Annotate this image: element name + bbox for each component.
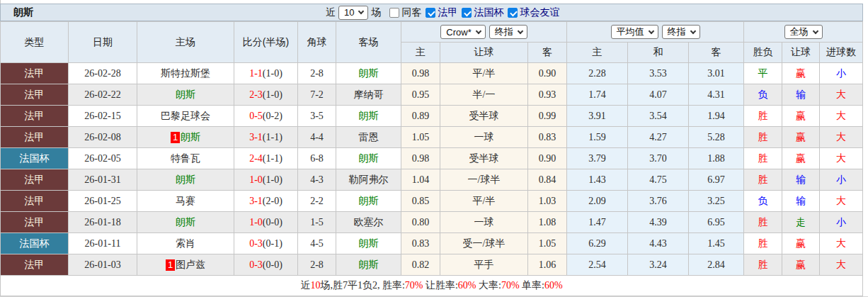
filter-label[interactable]: 法国杯 <box>474 6 503 19</box>
half-time-score: (0-0) <box>263 217 282 228</box>
home-team-name: 朗斯 <box>176 89 195 100</box>
competition-type: 法甲 <box>1 127 69 148</box>
half-time-score: (2-0) <box>263 196 282 206</box>
score-cell: 3-1(2-0) <box>234 191 298 212</box>
title-bar: 朗斯 近 10 场 同客法甲法国杯球会友谊 <box>0 4 863 21</box>
subcol-crow-handicap: 让球 <box>440 43 528 63</box>
result-goals: 大 <box>820 106 863 127</box>
rank-badge: 1 <box>171 132 180 143</box>
crow-home-odds: 0.89 <box>401 106 440 127</box>
col-header-corner: 角球 <box>298 22 336 63</box>
filter-label[interactable]: 法甲 <box>438 6 457 19</box>
crow-stage-select-value: 终指 <box>495 26 513 38</box>
filter-group: 同客法甲法国杯球会友谊 <box>389 6 564 19</box>
crow-away-odds: 0.90 <box>528 63 567 84</box>
summary-text-segment: 10 <box>310 280 320 291</box>
away-team-cell: 朗斯 <box>336 233 401 254</box>
match-date: 26-02-15 <box>69 106 137 127</box>
corner-cell: 7-2 <box>298 84 336 106</box>
checkbox-checked-icon[interactable] <box>508 8 518 18</box>
result-handicap: 输 <box>782 169 820 191</box>
home-team-name: 朗斯 <box>176 217 195 228</box>
result-outcome: 胜 <box>744 212 782 233</box>
corner-cell: 1-5 <box>298 212 336 233</box>
avg-stage-select[interactable]: 终指 <box>662 25 700 39</box>
half-time-score: (1-0) <box>263 68 282 79</box>
handicap-line: 平/半 <box>440 191 528 212</box>
result-handicap: 赢 <box>782 148 820 169</box>
handicap-line: 受半球 <box>440 106 528 127</box>
summary-text-segment: 60% <box>458 280 476 291</box>
result-outcome: 胜 <box>744 127 782 148</box>
away-team-name: 朗斯 <box>359 238 379 249</box>
half-time-score: (1-1) <box>263 153 282 164</box>
filter-label[interactable]: 球会友谊 <box>520 6 559 19</box>
avg-away-odds: 3.01 <box>689 63 744 84</box>
crow-stage-select[interactable]: 终指 <box>489 25 527 39</box>
home-team-cell: 1图卢兹 <box>137 254 234 276</box>
avg-home-odds: 2.54 <box>567 254 628 276</box>
home-team-name: 特鲁瓦 <box>171 153 200 164</box>
half-time-score: (1-0) <box>263 89 282 100</box>
avg-odds-header: 平均值 终指 <box>567 22 744 43</box>
avg-away-odds: 2.84 <box>689 254 744 276</box>
avg-draw-odds: 3.54 <box>628 106 689 127</box>
result-outcome: 胜 <box>744 106 782 127</box>
checkbox-checked-icon[interactable] <box>462 8 472 18</box>
home-team-cell: 朗斯 <box>137 212 234 233</box>
checkbox-unchecked-icon[interactable] <box>389 8 399 18</box>
result-outcome: 胜 <box>744 233 782 254</box>
checkbox-checked-icon[interactable] <box>426 8 435 18</box>
crow-away-odds: 0.99 <box>528 106 567 127</box>
home-team-name: 斯特拉斯堡 <box>161 68 210 79</box>
score-cell: 2-4(1-1) <box>234 148 298 169</box>
match-date: 26-01-25 <box>69 191 137 212</box>
avg-away-odds: 5.28 <box>689 127 744 148</box>
match-table-body: 法甲26-02-28斯特拉斯堡1-1(1-0)2-8朗斯0.98平/半0.902… <box>1 63 863 276</box>
result-goals: 大 <box>820 233 863 254</box>
average-select[interactable]: 平均值 <box>611 25 658 39</box>
score-cell: 0-5(0-2) <box>234 106 298 127</box>
filter-label[interactable]: 同客 <box>401 6 421 19</box>
match-row: 法甲26-02-15巴黎足球会0-5(0-2)3-5朗斯0.89受半球0.993… <box>1 106 863 127</box>
corner-cell: 6-8 <box>298 148 336 169</box>
score-cell: 1-0(0-0) <box>234 212 298 233</box>
summary-text-segment: 近 <box>300 279 310 292</box>
away-team-cell: 朗斯 <box>336 106 401 127</box>
away-team-name: 朗斯 <box>359 153 379 164</box>
score-cell: 0-3(0-1) <box>234 233 298 254</box>
summary-text-segment: 70% <box>405 280 423 291</box>
crow-away-odds: 1.06 <box>528 254 567 276</box>
full-time-score: 1-0 <box>249 174 263 185</box>
bookmaker-select[interactable]: Crow* <box>440 25 485 39</box>
subcol-avg-home: 主 <box>567 43 628 63</box>
match-row: 法甲26-02-22朗斯2-3(1-0)7-2摩纳哥0.95半/一0.931.7… <box>1 84 863 106</box>
result-goals: 小 <box>820 169 863 191</box>
avg-draw-odds: 4.27 <box>628 127 689 148</box>
competition-type: 法甲 <box>1 106 69 127</box>
home-team-cell: 巴黎足球会 <box>137 106 234 127</box>
match-count-select[interactable]: 10 <box>338 6 368 20</box>
avg-home-odds: 6.29 <box>567 233 628 254</box>
match-history-panel: 朗斯 近 10 场 同客法甲法国杯球会友谊 类型 日期 主场 比分(半场) 角球 <box>0 0 868 297</box>
result-goals: 小 <box>820 212 863 233</box>
crow-home-odds: 1.04 <box>401 169 440 191</box>
handicap-line: 平手 <box>440 254 528 276</box>
crow-away-odds: 1.03 <box>528 191 567 212</box>
full-match-select[interactable]: 全场 <box>784 25 823 39</box>
full-time-score: 0-5 <box>249 111 263 121</box>
subcol-result-handicap: 让球 <box>782 43 820 63</box>
full-match-select-value: 全场 <box>790 26 809 38</box>
away-team-name: 朗斯 <box>359 259 379 270</box>
avg-home-odds: 1.43 <box>567 169 628 191</box>
away-team-cell: 摩纳哥 <box>336 84 401 106</box>
competition-type: 法国杯 <box>1 233 69 254</box>
away-team-cell: 雷恩 <box>336 127 401 148</box>
avg-draw-odds: 4.39 <box>628 212 689 233</box>
away-team-cell: 朗斯 <box>336 191 401 212</box>
result-outcome: 负 <box>744 84 782 106</box>
match-date: 26-02-28 <box>69 63 137 84</box>
filter-controls: 近 10 场 同客法甲法国杯球会友谊 <box>323 4 564 21</box>
competition-type: 法甲 <box>1 84 69 106</box>
col-header-score: 比分(半场) <box>234 22 298 63</box>
